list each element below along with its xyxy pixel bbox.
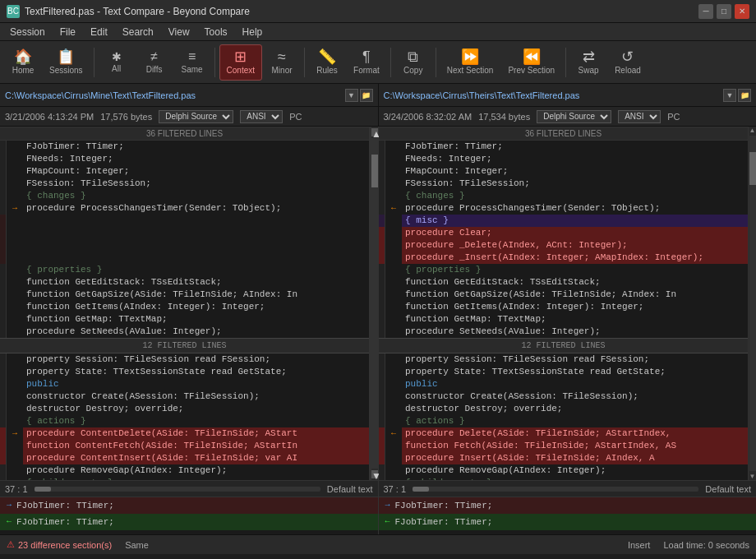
all-button[interactable]: ✱ All <box>99 44 135 81</box>
right-scrollbar-down[interactable]: ▼ <box>749 473 756 480</box>
left-added-arrow: → <box>7 499 12 512</box>
menu-edit[interactable]: Edit <box>84 25 114 39</box>
same-button[interactable]: ≡ Same <box>174 44 210 81</box>
minor-icon: ≈ <box>278 49 286 64</box>
diffs-button[interactable]: ≠ Diffs <box>136 44 173 81</box>
right-code-content[interactable]: FJobTimer: TTimer; FNeeds: Integer; FMap… <box>379 141 748 480</box>
left-code-content[interactable]: FJobTimer: TTimer; FNeeds: Integer; FMap… <box>0 141 369 480</box>
right-scrollbar-track[interactable] <box>749 136 756 471</box>
home-button[interactable]: 🏠 Home <box>5 44 41 81</box>
right-scroll-indicator[interactable] <box>413 487 698 492</box>
minimize-button[interactable]: ─ <box>698 4 713 19</box>
gutter-mark <box>379 153 385 165</box>
right-file-info-bar: 3/24/2006 8:32:02 AM 17,534 bytes Delphi… <box>379 107 757 126</box>
table-row: property Session: TFileSession read FSes… <box>0 353 369 366</box>
diff-arrow: → <box>7 202 23 215</box>
table-row: function Fetch(ASide: TFileInSide; AStar… <box>379 440 748 452</box>
table-row: { changes } <box>0 190 369 202</box>
code-text: procedure RemoveGap(AIndex: Integer); <box>23 464 369 477</box>
left-scrollbar[interactable]: ▲ ▼ <box>371 127 379 480</box>
gutter-mark <box>379 165 385 178</box>
menu-tools[interactable]: Tools <box>198 25 234 39</box>
app-icon: BC <box>7 5 20 18</box>
gutter-mark <box>379 390 385 403</box>
gutter-mark <box>379 301 385 313</box>
menu-help[interactable]: Help <box>236 25 270 39</box>
left-code-panel[interactable]: 36 FILTERED LINES FJobTimer: TTimer; FNe… <box>0 127 371 480</box>
gutter-mark <box>379 190 385 202</box>
table-row: property State: TTextSessionState read G… <box>0 366 369 378</box>
right-added-arrow: → <box>385 499 390 512</box>
next-section-button[interactable]: ⏩ Next Section <box>440 44 500 81</box>
left-folder-browse[interactable]: 📁 <box>360 89 373 102</box>
table-row: constructor Create(ASession: TFileSessio… <box>379 390 748 403</box>
window-controls[interactable]: ─ □ ✕ <box>698 4 749 19</box>
gutter-mark <box>379 353 385 366</box>
scrollbar-down[interactable]: ▼ <box>371 470 378 478</box>
gutter-mark <box>379 326 385 338</box>
format-icon: ¶ <box>362 49 371 64</box>
right-encoding-select[interactable]: ANSI <box>618 110 661 123</box>
close-button[interactable]: ✕ <box>735 4 749 19</box>
diff-arrow: → <box>7 427 23 440</box>
table-row: destructor Destroy; override; <box>0 403 369 415</box>
menu-file[interactable]: File <box>53 25 82 39</box>
right-scrollbar-up[interactable]: ▲ <box>749 127 756 134</box>
copy-button[interactable]: ⧉ Copy <box>395 44 431 81</box>
table-row: function GetItems(AIndex: Integer): Inte… <box>379 301 748 313</box>
format-button[interactable]: ¶ Format <box>347 44 386 81</box>
diff-arrow: ← <box>385 427 402 440</box>
menu-session[interactable]: Session <box>3 25 52 39</box>
maximize-button[interactable]: □ <box>717 4 731 19</box>
scrollbar-thumb[interactable] <box>371 155 378 187</box>
left-encoding-select[interactable]: ANSI <box>240 110 283 123</box>
table-row: procedure SetNeeds(AValue: Integer); <box>0 326 369 338</box>
bottom-status-bar: ⚠ 23 difference section(s) Same Insert L… <box>0 534 756 554</box>
bottom-preview-area: → FJobTimer: TTimer; ← FJobTimer: TTimer… <box>0 497 756 534</box>
reload-button[interactable]: ↺ Reload <box>608 44 648 81</box>
right-bottom-panel: → FJobTimer: TTimer; ← FJobTimer: TTimer… <box>379 497 757 534</box>
left-path-dropdown[interactable]: ▼ <box>345 89 358 102</box>
right-path-dropdown[interactable]: ▼ <box>723 89 736 102</box>
table-row: FJobTimer: TTimer; <box>379 141 748 153</box>
code-text: { child events } <box>402 477 748 480</box>
right-folder-browse[interactable]: 📁 <box>738 89 751 102</box>
home-icon: 🏠 <box>14 49 32 64</box>
left-format-select[interactable]: Delphi Source <box>159 110 233 123</box>
sessions-button[interactable]: 📋 Sessions <box>43 44 90 81</box>
right-scrollbar-thumb[interactable] <box>749 152 756 185</box>
code-text: procedure ProcessChangesTimer(Sender: TO… <box>23 202 369 215</box>
gutter-mark <box>0 326 7 338</box>
prev-section-button[interactable]: ⏪ Prev Section <box>501 44 561 81</box>
right-scrollbar[interactable]: ▲ ▼ <box>748 127 756 480</box>
left-scroll-indicator[interactable] <box>35 487 320 492</box>
code-text: function GetMap: TTextMap; <box>23 313 369 326</box>
gutter-mark <box>379 415 385 427</box>
left-bottom-code: FJobTimer: TTimer; <box>16 499 114 512</box>
code-text: constructor Create(ASession: TFileSessio… <box>402 390 748 403</box>
table-row: { properties } <box>379 264 748 276</box>
menu-view[interactable]: View <box>162 25 196 39</box>
code-text: { actions } <box>23 415 369 427</box>
gutter-mark <box>379 276 385 289</box>
right-format-select[interactable]: Delphi Source <box>537 110 611 123</box>
table-row: procedure Insert(ASide: TFileInSide; AIn… <box>379 452 748 464</box>
left-file-date: 3/21/2006 4:13:24 PM <box>5 112 94 122</box>
right-code-panel[interactable]: 36 FILTERED LINES FJobTimer: TTimer; FNe… <box>379 127 748 480</box>
gutter-mark <box>0 403 7 415</box>
menu-search[interactable]: Search <box>116 25 160 39</box>
gutter-mark <box>0 313 7 326</box>
menu-bar: Session File Edit Search View Tools Help <box>0 23 756 41</box>
same-icon: ≡ <box>188 50 196 63</box>
toolbar: 🏠 Home 📋 Sessions ✱ All ≠ Diffs ≡ Same ⊞… <box>0 41 756 84</box>
left-file-path-bar: C:\Workspace\Cirrus\Mine\Text\TextFilter… <box>0 84 379 106</box>
context-button[interactable]: ⊞ Context <box>219 44 262 81</box>
rules-button[interactable]: 📏 Rules <box>309 44 345 81</box>
scrollbar-track[interactable] <box>371 138 378 469</box>
right-status-row: 37 : 1 Default text <box>379 481 757 497</box>
swap-button[interactable]: ⇄ Swap <box>570 44 606 81</box>
minor-button[interactable]: ≈ Minor <box>264 44 300 81</box>
left-filter-header-2: 12 FILTERED LINES <box>0 338 369 353</box>
scrollbar-up[interactable]: ▲ <box>371 128 378 136</box>
gutter-mark <box>379 178 385 190</box>
